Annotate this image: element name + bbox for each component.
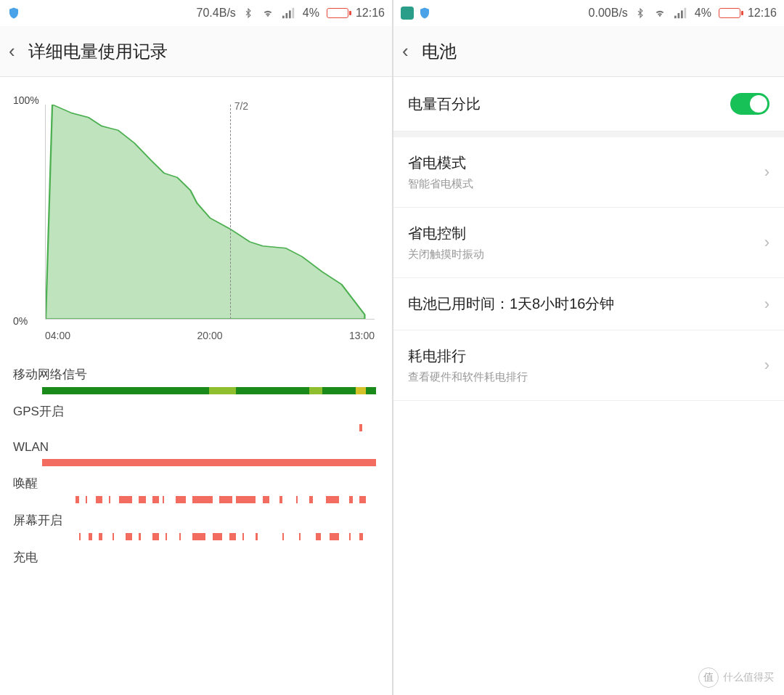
- battery-icon: [719, 8, 740, 18]
- net-speed: 0.00B/s: [589, 7, 628, 20]
- x-tick: 04:00: [45, 330, 70, 341]
- row-subtitle: 智能省电模式: [408, 177, 756, 191]
- battery-pct: 4%: [303, 7, 319, 20]
- row-power-save-mode[interactable]: 省电模式 智能省电模式 ›: [393, 137, 784, 208]
- svg-rect-0: [282, 16, 285, 19]
- strip-label: GPS开启: [13, 403, 379, 420]
- svg-rect-2: [289, 10, 291, 18]
- x-tick: 13:00: [349, 330, 375, 341]
- y-label-top: 100%: [13, 94, 39, 106]
- status-bar-right: 0.00B/s 4% 12:16: [393, 0, 784, 26]
- row-battery-uptime[interactable]: 电池已用时间：1天8小时16分钟 ›: [393, 278, 784, 330]
- chevron-right-icon: ›: [764, 233, 769, 252]
- date-divider: [230, 105, 231, 319]
- strip-gps: GPS开启: [13, 403, 379, 431]
- signal-icon: [674, 7, 687, 19]
- date-marker: 7/2: [234, 100, 248, 112]
- clock: 12:16: [748, 7, 777, 20]
- chevron-right-icon: ›: [764, 295, 769, 314]
- row-label: 电池已用时间：1天8小时16分钟: [408, 294, 756, 314]
- strip-wake: 唤醒: [13, 475, 379, 503]
- x-tick: 20:00: [197, 330, 222, 341]
- svg-rect-1: [285, 13, 287, 18]
- app-icon: [401, 7, 414, 20]
- battery-chart: 100% 0% 7/2 04:00 20:00 13:00: [0, 77, 392, 351]
- net-speed: 70.4B/s: [197, 7, 236, 20]
- bluetooth-icon: [243, 7, 253, 20]
- svg-rect-4: [401, 7, 414, 20]
- strip-bar: [42, 459, 376, 466]
- toggle-battery-percent[interactable]: [730, 93, 769, 115]
- strip-label: 屏幕开启: [13, 512, 379, 529]
- clock: 12:16: [356, 7, 385, 20]
- page-header-right: ‹ 电池: [393, 26, 784, 77]
- svg-rect-6: [677, 13, 679, 18]
- watermark: 值 什么值得买: [698, 667, 774, 688]
- battery-pct: 4%: [695, 7, 711, 20]
- svg-rect-3: [292, 8, 294, 18]
- chevron-right-icon: ›: [764, 163, 769, 182]
- right-screen: 0.00B/s 4% 12:16 ‹ 电池 电量百分比 省电模式: [392, 0, 784, 695]
- settings-list: 电量百分比 省电模式 智能省电模式 › 省电控制 关闭触摸时振动 › 电池已用时…: [393, 77, 784, 401]
- wifi-icon: [261, 7, 275, 19]
- watermark-badge: 值: [698, 667, 719, 688]
- strip-label: WLAN: [13, 440, 379, 455]
- row-label: 电量百分比: [408, 94, 722, 114]
- x-ticks: 04:00 20:00 13:00: [45, 330, 375, 341]
- plot-area[interactable]: 7/2: [45, 105, 375, 320]
- watermark-text: 什么值得买: [723, 671, 774, 684]
- strip-screen: 屏幕开启: [13, 512, 379, 540]
- svg-rect-5: [674, 16, 677, 19]
- chevron-right-icon: ›: [764, 356, 769, 375]
- svg-rect-7: [681, 10, 683, 18]
- shield-icon: [7, 7, 20, 20]
- status-bar-left: 70.4B/s 4% 12:16: [0, 0, 392, 26]
- row-label: 耗电排行: [408, 346, 756, 366]
- back-button[interactable]: ‹: [9, 37, 21, 65]
- strip-bar: [42, 570, 376, 577]
- strip-bar: [42, 424, 376, 431]
- strip-bar: [42, 387, 376, 394]
- strip-mobile_signal: 移动网络信号: [13, 366, 379, 394]
- page-title: 电池: [422, 40, 457, 63]
- strip-bar: [42, 496, 376, 503]
- row-subtitle: 查看硬件和软件耗电排行: [408, 370, 756, 384]
- battery-icon: [327, 8, 348, 18]
- signal-strips: 移动网络信号GPS开启WLAN唤醒屏幕开启充电: [0, 351, 392, 577]
- back-button[interactable]: ‹: [402, 37, 415, 65]
- row-label: 省电控制: [408, 224, 756, 243]
- bluetooth-icon: [635, 7, 645, 20]
- page-title: 详细电量使用记录: [28, 40, 168, 63]
- svg-rect-8: [684, 8, 686, 18]
- strip-label: 充电: [13, 549, 379, 566]
- strip-label: 唤醒: [13, 475, 379, 492]
- left-screen: 70.4B/s 4% 12:16 ‹ 详细电量使用记录 100% 0%: [0, 0, 392, 695]
- strip-charging: 充电: [13, 549, 379, 577]
- strip-label: 移动网络信号: [13, 366, 379, 383]
- battery-area-svg: [46, 105, 375, 319]
- row-label: 省电模式: [408, 153, 756, 173]
- page-header-left: ‹ 详细电量使用记录: [0, 26, 392, 77]
- row-power-control[interactable]: 省电控制 关闭触摸时振动 ›: [393, 208, 784, 278]
- row-battery-percent[interactable]: 电量百分比: [393, 77, 784, 131]
- wifi-icon: [653, 7, 667, 19]
- shield-icon: [418, 7, 431, 20]
- signal-icon: [282, 7, 295, 19]
- y-label-bottom: 0%: [13, 315, 28, 327]
- strip-wlan: WLAN: [13, 440, 379, 466]
- row-subtitle: 关闭触摸时振动: [408, 248, 756, 261]
- row-drain-rank[interactable]: 耗电排行 查看硬件和软件耗电排行 ›: [393, 330, 784, 401]
- strip-bar: [42, 533, 376, 540]
